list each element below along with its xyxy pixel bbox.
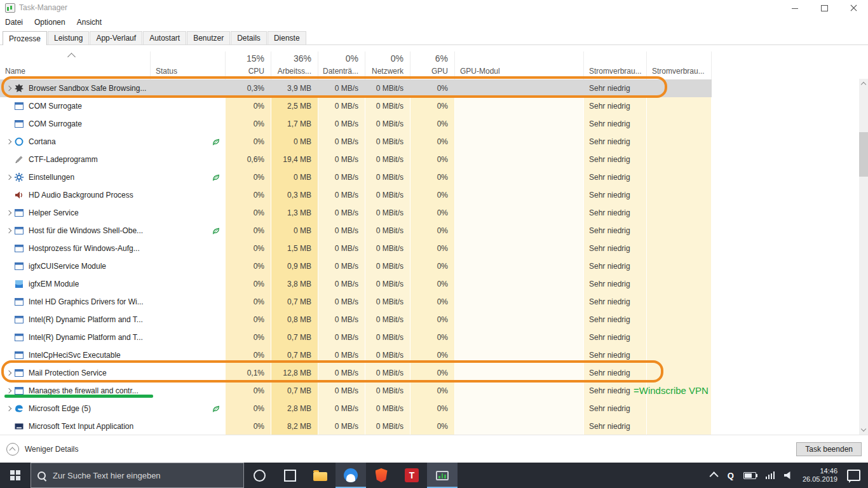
menu-item-optionen[interactable]: Optionen <box>34 18 65 27</box>
close-button[interactable] <box>839 0 868 15</box>
column-header-name[interactable]: Name <box>0 51 151 79</box>
process-row[interactable]: HD Audio Background Process0%0,3 MB0 MB/… <box>0 186 712 204</box>
process-row[interactable]: COM Surrogate0%1,7 MB0 MB/s0 MBit/s0%Seh… <box>0 115 712 133</box>
column-header-power-trend[interactable]: Stromverbrau... <box>647 51 712 79</box>
power-trend-cell <box>647 115 712 133</box>
process-row[interactable]: Host für die Windows Shell-Obe...0%0 MB0… <box>0 222 712 240</box>
process-row[interactable]: Microsoft Edge (5)0%2,8 MB0 MB/s0 MBit/s… <box>0 400 712 417</box>
process-row[interactable]: Hostprozess für Windows-Aufg...0%1,5 MB0… <box>0 240 712 257</box>
igfx-process-icon <box>14 279 24 289</box>
memory-cell: 0,7 MB <box>271 293 318 311</box>
process-row[interactable]: Cortana0%0 MB0 MB/s0 MBit/s0%Sehr niedri… <box>0 133 712 151</box>
task-manager-taskbar-button[interactable] <box>427 463 458 488</box>
search-input[interactable] <box>51 470 237 481</box>
expand-chevron-icon[interactable] <box>4 382 14 400</box>
start-button[interactable] <box>0 463 31 488</box>
process-row[interactable]: COM Surrogate0%2,5 MB0 MB/s0 MBit/s0%Seh… <box>0 97 712 115</box>
action-center-icon[interactable] <box>847 470 860 481</box>
tab-benutzer[interactable]: Benutzer <box>187 31 230 44</box>
q-tray-icon[interactable]: Q <box>728 471 734 480</box>
expand-chevron-icon[interactable] <box>4 400 14 417</box>
end-task-button[interactable]: Task beenden <box>796 442 862 456</box>
windscribe-app-button[interactable] <box>336 463 366 488</box>
brave-browser-button[interactable] <box>366 463 397 488</box>
process-row[interactable]: Intel HD Graphics Drivers for Wi...0%0,7… <box>0 293 712 311</box>
tab-leistung[interactable]: Leistung <box>48 31 89 44</box>
cpu-cell: 0% <box>226 417 271 435</box>
process-row[interactable]: Intel(R) Dynamic Platform and T...0%0,8 … <box>0 311 712 329</box>
process-name: IntelCpHeciSvc Executable <box>29 351 121 360</box>
column-header-gpu[interactable]: 6% GPU <box>410 51 455 79</box>
process-name: Mail Protection Service <box>29 369 107 377</box>
power-usage-cell: Sehr niedrig <box>584 346 647 364</box>
tab-prozesse[interactable]: Prozesse <box>3 31 47 45</box>
status-cell <box>151 346 226 364</box>
expand-chevron-icon[interactable] <box>4 204 14 222</box>
maximize-button[interactable] <box>810 0 839 15</box>
process-row[interactable]: Intel(R) Dynamic Platform and T...0%0,7 … <box>0 329 712 346</box>
scrollbar-thumb[interactable] <box>859 132 868 177</box>
expand-chevron-icon[interactable] <box>4 133 14 151</box>
power-trend-cell <box>647 329 712 346</box>
task-view-button[interactable] <box>275 463 305 488</box>
status-cell <box>151 275 226 293</box>
minimize-button[interactable] <box>780 0 810 15</box>
column-header-disk[interactable]: 0% Datenträ... <box>318 51 365 79</box>
network-cell: 0 MBit/s <box>365 417 410 435</box>
expand-chevron-icon[interactable] <box>4 79 14 97</box>
file-explorer-button[interactable] <box>305 463 336 488</box>
memory-cell: 0,7 MB <box>271 382 318 400</box>
process-row[interactable]: igfxCUIService Module0%0,9 MB0 MB/s0 MBi… <box>0 257 712 275</box>
tab-dienste[interactable]: Dienste <box>268 31 306 44</box>
status-cell <box>151 311 226 329</box>
cpu-cell: 0,1% <box>226 364 271 382</box>
column-header-network[interactable]: 0% Netzwerk <box>365 51 410 79</box>
column-header-status[interactable]: Status <box>151 51 226 79</box>
tab-app-verlauf[interactable]: App-Verlauf <box>90 31 142 44</box>
battery-icon[interactable] <box>743 472 756 479</box>
red-t-app-button[interactable]: T <box>397 463 427 488</box>
expand-chevron-icon <box>4 115 14 133</box>
scrollbar-down-arrow[interactable] <box>859 424 868 435</box>
taskbar-clock[interactable]: 14:46 26.05.2019 <box>803 467 837 484</box>
process-row[interactable]: Microsoft Text Input Application0%8,2 MB… <box>0 417 712 435</box>
column-header-power[interactable]: Stromverbrau... <box>584 51 647 79</box>
name-cell: Intel(R) Dynamic Platform and T... <box>0 311 151 329</box>
process-row[interactable]: Mail Protection Service0,1%12,8 MB0 MB/s… <box>0 364 712 382</box>
volume-icon[interactable] <box>784 471 793 479</box>
menu-item-datei[interactable]: Datei <box>5 18 23 27</box>
power-trend-cell <box>647 240 712 257</box>
fewer-details-toggle[interactable]: Weniger Details <box>6 443 78 456</box>
network-icon[interactable] <box>766 471 775 479</box>
column-header-cpu[interactable]: 15% CPU <box>226 51 271 79</box>
clock-time: 14:46 <box>820 467 837 475</box>
power-trend-cell <box>647 97 712 115</box>
expand-chevron-icon[interactable] <box>4 364 14 382</box>
tab-autostart[interactable]: Autostart <box>143 31 186 44</box>
column-header-memory[interactable]: 36% Arbeitss... <box>271 51 318 79</box>
process-row[interactable]: IntelCpHeciSvc Executable0%0,7 MB0 MB/s0… <box>0 346 712 364</box>
show-hidden-icons-chevron[interactable] <box>709 471 718 480</box>
process-row[interactable]: Browser Sandbox Safe Browsing...0,3%3,9 … <box>0 79 712 97</box>
scrollbar-up-arrow[interactable] <box>859 79 868 89</box>
process-row[interactable]: Helper Service0%1,3 MB0 MB/s0 MBit/s0%Se… <box>0 204 712 222</box>
process-name: Microsoft Text Input Application <box>29 422 133 431</box>
process-row[interactable]: CTF-Ladeprogramm0,6%19,4 MB0 MB/s0 MBit/… <box>0 151 712 168</box>
taskbar-search-box[interactable] <box>31 463 244 488</box>
column-header-gpu-engine[interactable]: GPU-Modul <box>455 51 584 79</box>
disk-cell: 0 MB/s <box>318 133 365 151</box>
process-row[interactable]: Manages the firewall and contr...0%0,7 M… <box>0 382 712 400</box>
menu-item-ansicht[interactable]: Ansicht <box>77 18 102 27</box>
process-row[interactable]: Einstellungen0%0 MB0 MB/s0 MBit/s0%Sehr … <box>0 168 712 186</box>
cpu-cell: 0% <box>226 186 271 204</box>
vertical-scrollbar[interactable] <box>859 79 868 435</box>
cpu-cell: 0% <box>226 400 271 417</box>
tab-details[interactable]: Details <box>231 31 267 44</box>
gpu-cell: 0% <box>410 115 455 133</box>
process-row[interactable]: igfxEM Module0%3,8 MB0 MB/s0 MBit/s0%Seh… <box>0 275 712 293</box>
cpu-cell: 0% <box>226 293 271 311</box>
process-name: Manages the firewall and contr... <box>29 386 139 395</box>
cortana-button[interactable] <box>244 463 275 488</box>
expand-chevron-icon[interactable] <box>4 168 14 186</box>
expand-chevron-icon[interactable] <box>4 222 14 240</box>
